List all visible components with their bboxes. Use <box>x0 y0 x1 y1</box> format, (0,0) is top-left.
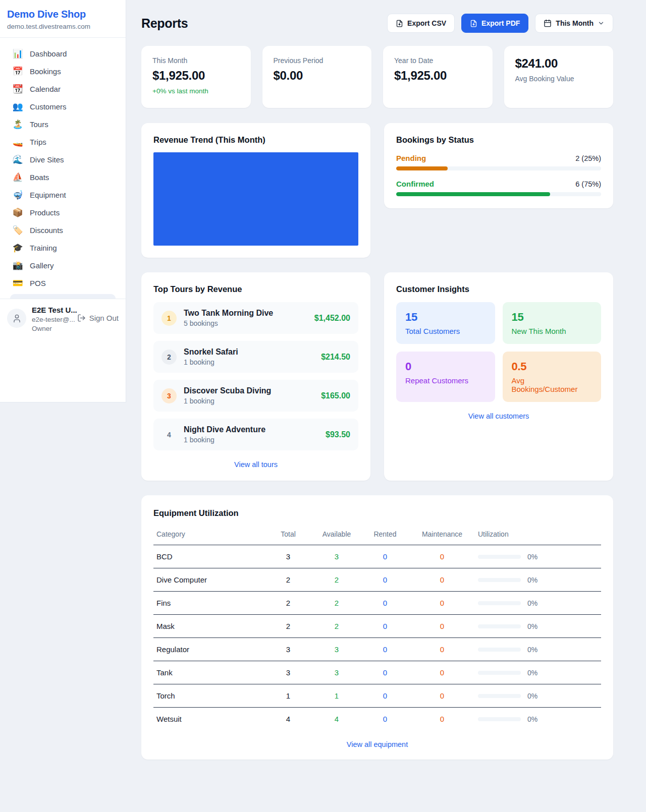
utilization-cell: 0% <box>478 553 598 561</box>
bookings-icon: 📅 <box>12 67 23 76</box>
utilization-bar <box>478 578 521 582</box>
sidebar-item-training[interactable]: 🎓 Training <box>5 239 121 257</box>
equipment-total: 4 <box>264 708 312 731</box>
sidebar-item-trips[interactable]: 🚤 Trips <box>5 133 121 151</box>
equipment-available: 2 <box>312 592 361 615</box>
export-csv-button[interactable]: Export CSV <box>387 14 455 33</box>
file-download-icon <box>396 20 403 27</box>
calendar-icon: 📆 <box>12 85 23 93</box>
utilization-bar <box>478 624 521 628</box>
column-header-available: Available <box>312 525 361 545</box>
equipment-utilization-title: Equipment Utilization <box>153 508 601 518</box>
equipment-row: BCD33000% <box>153 545 601 568</box>
user-info: E2E Test U... e2e-tester@... Owner <box>32 306 72 332</box>
column-header-total: Total <box>264 525 312 545</box>
view-all-tours-link[interactable]: View all tours <box>153 460 358 469</box>
rank-badge: 1 <box>162 311 177 326</box>
logout-icon <box>77 314 86 322</box>
discounts-icon: 🏷️ <box>12 226 23 235</box>
insight-tile-new-this-month: 15 New This Month <box>503 302 602 344</box>
equipment-available: 3 <box>312 545 361 568</box>
utilization-bar <box>478 648 521 652</box>
trips-icon: 🚤 <box>12 138 23 146</box>
equipment-available: 2 <box>312 568 361 592</box>
view-all-equipment-link[interactable]: View all equipment <box>153 740 601 748</box>
sidebar-nav: 📊 Dashboard 📅 Bookings 📆 Calendar 👥 Cust… <box>0 38 126 299</box>
revenue-trend-card: Revenue Trend (This Month) <box>141 123 370 258</box>
avatar <box>7 309 26 328</box>
insight-tile-repeat-customers: 0 Repeat Customers <box>396 352 495 402</box>
sign-out-button[interactable]: Sign Out <box>77 314 119 322</box>
sidebar-item-products[interactable]: 📦 Products <box>5 204 121 221</box>
equipment-total: 2 <box>264 592 312 615</box>
equipment-available: 1 <box>312 684 361 708</box>
dashboard-icon: 📊 <box>12 49 23 58</box>
page-header: Reports Export CSV Export PDF <box>141 14 613 33</box>
view-all-customers-link[interactable]: View all customers <box>396 412 601 420</box>
period-dropdown[interactable]: This Month <box>535 14 613 33</box>
tour-row[interactable]: 3 Discover Scuba Diving 1 booking $165.0… <box>153 380 358 412</box>
stat-delta: +0% vs last month <box>152 87 240 95</box>
utilization-percent: 0% <box>527 669 537 677</box>
column-header-category: Category <box>153 525 264 545</box>
sidebar-item-pos[interactable]: 💳 POS <box>5 274 121 292</box>
utilization-bar <box>478 694 521 698</box>
sidebar-item-gallery[interactable]: 📸 Gallery <box>5 257 121 274</box>
equipment-rented: 0 <box>361 615 409 638</box>
tour-row[interactable]: 4 Night Dive Adventure 1 booking $93.50 <box>153 419 358 450</box>
insight-tile-avg-bookings: 0.5 Avg Bookings/Customer <box>503 352 602 402</box>
sidebar-user-area: E2E Test U... e2e-tester@... Owner Sign … <box>0 299 126 339</box>
rank-badge: 2 <box>162 350 177 365</box>
brand-name[interactable]: Demo Dive Shop <box>7 9 119 20</box>
active-nav-sliver <box>10 294 116 299</box>
training-icon: 🎓 <box>12 244 23 252</box>
equipment-maintenance: 0 <box>409 615 475 638</box>
insight-label: Repeat Customers <box>405 376 486 385</box>
sidebar-item-tours[interactable]: 🏝️ Tours <box>5 115 121 133</box>
equipment-maintenance: 0 <box>409 592 475 615</box>
insight-tile-total-customers: 15 Total Customers <box>396 302 495 344</box>
status-count: 2 (25%) <box>575 154 601 162</box>
chevron-down-icon <box>598 20 605 27</box>
sidebar-item-dive-sites[interactable]: 🌊 Dive Sites <box>5 151 121 168</box>
sidebar-item-dashboard[interactable]: 📊 Dashboard <box>5 45 121 63</box>
equipment-total: 3 <box>264 638 312 661</box>
rank-badge: 4 <box>162 427 177 442</box>
equipment-category: Fins <box>153 592 264 615</box>
status-row-pending: Pending 2 (25%) <box>396 154 601 170</box>
stat-label: Previous Period <box>274 56 361 65</box>
sidebar-item-bookings[interactable]: 📅 Bookings <box>5 63 121 80</box>
sidebar-item-equipment[interactable]: 🤿 Equipment <box>5 186 121 204</box>
equipment-utilization-card: Equipment Utilization Category Total Ava… <box>141 495 613 760</box>
equipment-category: Regulator <box>153 638 264 661</box>
equipment-maintenance: 0 <box>409 638 475 661</box>
insight-value: 0.5 <box>512 360 593 373</box>
stat-card-year-to-date: Year to Date $1,925.00 <box>383 46 493 108</box>
utilization-percent: 0% <box>527 553 537 561</box>
stat-value: $1,925.00 <box>152 69 240 83</box>
export-pdf-button[interactable]: Export PDF <box>461 14 528 33</box>
column-header-utilization: Utilization <box>475 525 601 545</box>
calendar-icon <box>544 19 552 27</box>
user-email: e2e-tester@... <box>32 316 72 323</box>
brand-block: Demo Dive Shop demo.test.divestreams.com <box>0 0 126 37</box>
sidebar-item-boats[interactable]: ⛵ Boats <box>5 168 121 186</box>
charts-row: Revenue Trend (This Month) Bookings by S… <box>141 123 613 258</box>
equipment-maintenance: 0 <box>409 684 475 708</box>
sidebar-item-calendar[interactable]: 📆 Calendar <box>5 80 121 98</box>
tour-amount: $1,452.00 <box>314 314 350 323</box>
sidebar-item-discounts[interactable]: 🏷️ Discounts <box>5 221 121 239</box>
status-label: Confirmed <box>396 180 434 188</box>
sidebar-item-customers[interactable]: 👥 Customers <box>5 98 121 115</box>
tour-name: Discover Scuba Diving <box>184 386 271 395</box>
equipment-table-body: BCD33000%Dive Computer22000%Fins22000%Ma… <box>153 545 601 731</box>
tour-row[interactable]: 2 Snorkel Safari 1 booking $214.50 <box>153 341 358 373</box>
utilization-cell: 0% <box>478 692 598 700</box>
equipment-row: Dive Computer22000% <box>153 568 601 592</box>
equipment-icon: 🤿 <box>12 191 23 199</box>
insights-row: Top Tours by Revenue 1 Two Tank Morning … <box>141 272 613 481</box>
tour-row[interactable]: 1 Two Tank Morning Dive 5 bookings $1,45… <box>153 302 358 334</box>
stat-card-this-month: This Month $1,925.00 +0% vs last month <box>141 46 251 108</box>
equipment-total: 3 <box>264 661 312 684</box>
stats-grid: This Month $1,925.00 +0% vs last month P… <box>141 46 613 108</box>
